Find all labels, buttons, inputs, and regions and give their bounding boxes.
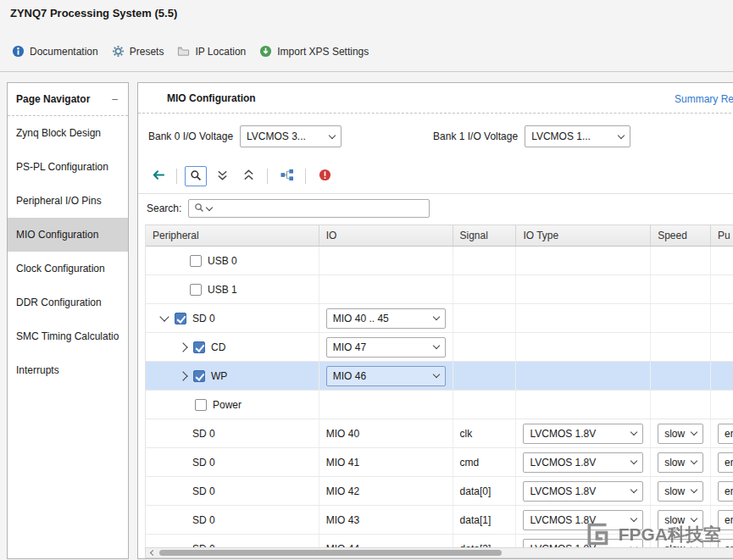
chevron-down-icon: [691, 457, 697, 464]
sidebar-item-mio-configuration[interactable]: MIO Configuration: [8, 218, 128, 252]
io-type-cell: [516, 275, 651, 303]
toolbar-item-import-xps-settings[interactable]: Import XPS Settings: [259, 45, 369, 58]
table-row[interactable]: SD 0MIO 40 .. 45: [146, 304, 733, 333]
summary-report-link[interactable]: Summary Re: [675, 93, 733, 105]
table-row[interactable]: Power: [146, 391, 733, 419]
io-type-cell: LVCMOS 1.8V: [516, 419, 651, 447]
sidebar-item-ps-pl-configuration[interactable]: PS-PL Configuration: [8, 150, 128, 184]
sidebar-item-ddr-configuration[interactable]: DDR Configuration: [8, 286, 128, 319]
speed-select[interactable]: slow: [658, 510, 703, 530]
table-header: PeripheralIOSignalIO TypeSpeedPu: [146, 225, 733, 247]
tool-button-back[interactable]: [147, 166, 169, 186]
column-header-peripheral[interactable]: Peripheral: [146, 225, 319, 246]
toolbar-separator: [305, 169, 306, 184]
sidebar-item-peripheral-i-o-pins[interactable]: Peripheral I/O Pins: [8, 184, 128, 218]
column-header-speed[interactable]: Speed: [651, 225, 711, 246]
io-type-select[interactable]: LVCMOS 1.8V: [523, 481, 643, 502]
io-value: MIO 41: [326, 457, 359, 469]
io-select[interactable]: MIO 46: [326, 366, 446, 386]
speed-cell: slow: [651, 448, 711, 476]
io-select[interactable]: MIO 47: [326, 337, 446, 358]
peripheral-cell: SD 0: [146, 506, 319, 534]
checkbox[interactable]: [190, 284, 202, 296]
table-row[interactable]: USB 0: [146, 247, 733, 275]
speed-cell: [651, 247, 711, 274]
io-type-select[interactable]: LVCMOS 1.8V: [523, 510, 643, 530]
io-type-select[interactable]: LVCMOS 1.8V: [523, 452, 643, 473]
collapse-all-icon: [242, 169, 255, 184]
tool-button-collapse-all[interactable]: [237, 166, 259, 186]
checkbox[interactable]: [193, 370, 205, 382]
pullup-cell: en: [711, 477, 733, 505]
signal-value: cmd: [460, 457, 480, 469]
peripheral-label: USB 1: [208, 284, 237, 296]
pullup-cell: en: [711, 419, 733, 447]
speed-select[interactable]: slow: [658, 481, 703, 502]
collapse-panel-icon[interactable]: –: [110, 93, 119, 105]
table-row[interactable]: USB 1: [146, 275, 733, 304]
tool-button-error[interactable]: [314, 166, 336, 186]
column-header-pu[interactable]: Pu: [711, 225, 733, 246]
tool-button-search[interactable]: [185, 166, 207, 186]
sidebar-item-smc-timing-calculatio[interactable]: SMC Timing Calculatio: [8, 319, 128, 353]
io-type-select[interactable]: LVCMOS 1.8V: [523, 424, 643, 444]
checkbox[interactable]: [190, 255, 202, 267]
pullup-select[interactable]: en: [718, 424, 733, 444]
horizontal-scrollbar[interactable]: [145, 547, 733, 558]
page-navigator-panel: Page Navigator – Zynq Block DesignPS-PL …: [7, 82, 129, 559]
speed-cell: [651, 275, 711, 303]
pullup-select[interactable]: en: [718, 510, 733, 530]
table-row[interactable]: SD 0MIO 40clkLVCMOS 1.8Vslowen: [146, 419, 733, 448]
pullup-select[interactable]: en: [718, 481, 733, 502]
sidebar-item-interrupts[interactable]: Interrupts: [8, 353, 128, 387]
chevron-right-icon[interactable]: [178, 342, 187, 352]
io-cell: MIO 42: [319, 477, 453, 505]
scrollbar-thumb[interactable]: [159, 550, 502, 556]
io-type-cell: [516, 247, 651, 274]
chevron-down-icon: [432, 371, 439, 378]
combo-value: slow: [664, 485, 685, 497]
tool-button-hierarchy[interactable]: [275, 166, 297, 186]
pullup-select[interactable]: en: [718, 452, 733, 473]
io-type-cell: [516, 333, 651, 361]
chevron-down-icon[interactable]: [159, 312, 169, 321]
speed-select[interactable]: slow: [658, 452, 703, 473]
io-cell: MIO 43: [319, 506, 453, 534]
table-row[interactable]: SD 0MIO 43data[1]LVCMOS 1.8Vslowen: [146, 506, 733, 535]
speed-select[interactable]: slow: [658, 424, 703, 444]
peripheral-label: SD 0: [192, 313, 215, 324]
io-select[interactable]: MIO 40 .. 45: [326, 308, 446, 329]
scroll-left-button[interactable]: [146, 548, 158, 557]
table-row[interactable]: SD 0MIO 42data[0]LVCMOS 1.8Vslowen: [146, 477, 733, 506]
column-header-signal[interactable]: Signal: [453, 225, 517, 246]
search-input[interactable]: [214, 202, 424, 214]
toolbar-item-presets[interactable]: Presets: [112, 45, 164, 58]
table-toolbar: [138, 159, 733, 194]
chevron-right-icon[interactable]: [178, 371, 187, 380]
bank0-voltage-label: Bank 0 I/O Voltage: [148, 130, 233, 142]
combo-value: en: [725, 485, 733, 497]
search-box[interactable]: [188, 199, 430, 218]
toolbar-item-label: Presets: [130, 46, 164, 58]
toolbar-item-ip-location[interactable]: IP Location: [177, 45, 246, 58]
table-row[interactable]: WPMIO 46: [146, 362, 733, 391]
sidebar-item-zynq-block-design[interactable]: Zynq Block Design: [8, 116, 128, 150]
checkbox[interactable]: [193, 341, 205, 353]
column-header-io[interactable]: IO: [319, 225, 453, 246]
combo-value: LVCMOS 1...: [531, 130, 591, 142]
checkbox[interactable]: [195, 399, 207, 411]
io-cell: MIO 40: [319, 419, 453, 447]
tool-button-expand-all[interactable]: [211, 166, 233, 186]
signal-cell: cmd: [453, 448, 517, 476]
import-icon: [259, 45, 272, 58]
table-row[interactable]: CDMIO 47: [146, 333, 733, 362]
bank1-voltage-select[interactable]: LVCMOS 1...: [525, 125, 630, 147]
column-header-io-type[interactable]: IO Type: [516, 225, 651, 246]
io-value: MIO 43: [326, 514, 359, 526]
table-row[interactable]: SD 0MIO 41cmdLVCMOS 1.8Vslowen: [146, 448, 733, 477]
io-type-cell: [516, 304, 651, 332]
bank0-voltage-select[interactable]: LVCMOS 3...: [240, 125, 342, 147]
checkbox[interactable]: [175, 313, 186, 324]
sidebar-item-clock-configuration[interactable]: Clock Configuration: [8, 252, 128, 286]
toolbar-item-documentation[interactable]: Documentation: [12, 45, 98, 58]
